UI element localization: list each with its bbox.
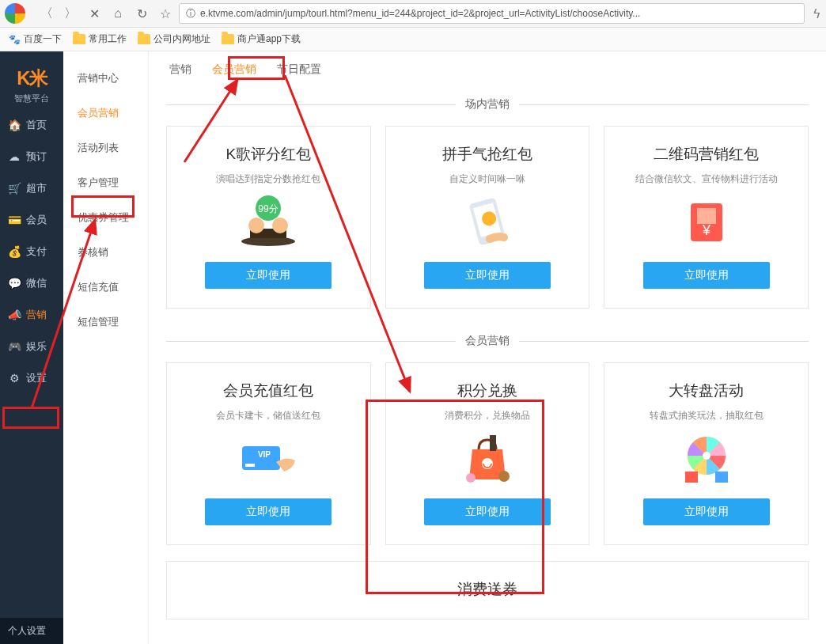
sidebar-item-3[interactable]: 💳会员 — [0, 204, 63, 236]
nav-back-button[interactable]: 〈 — [36, 3, 57, 24]
card-title: 积分兑换 — [457, 381, 517, 401]
card-title: 二维码营销红包 — [654, 144, 759, 165]
use-button[interactable]: 立即使用 — [643, 262, 770, 289]
use-button[interactable]: 立即使用 — [205, 262, 332, 289]
cards-row: K歌评分红包演唱达到指定分数抢红包99分立即使用拼手气抢红包自定义时间咻一咻立即… — [166, 126, 809, 309]
svg-rect-10 — [697, 208, 716, 224]
folder-icon — [222, 34, 234, 44]
subsidebar-item-3[interactable]: 客户管理 — [63, 165, 148, 200]
sidebar-label: 微信 — [26, 276, 47, 290]
sub-sidebar: 营销中心会员营销活动列表客户管理优惠券管理券核销短信充值短信管理 — [63, 51, 149, 644]
svg-rect-16 — [490, 435, 496, 451]
sidebar-icon: 🛒 — [8, 182, 21, 195]
subsidebar-item-2[interactable]: 活动列表 — [63, 131, 148, 165]
bookmark-1[interactable]: 常用工作 — [73, 32, 127, 46]
subsidebar-item-7[interactable]: 短信管理 — [63, 305, 148, 339]
sidebar-item-2[interactable]: 🛒超市 — [0, 172, 63, 204]
use-button[interactable]: 立即使用 — [205, 498, 332, 525]
card-title: 拼手气抢红包 — [442, 144, 532, 165]
subsidebar-item-5[interactable]: 券核销 — [63, 235, 148, 270]
info-icon: ⓘ — [186, 7, 195, 21]
card-illustration: 99分 — [233, 194, 304, 249]
card-desc: 转盘式抽奖玩法，抽取红包 — [650, 409, 763, 422]
sidebar-label: 预订 — [26, 150, 47, 164]
nav-star-button[interactable]: ☆ — [155, 3, 176, 24]
subsidebar-item-1[interactable]: 会员营销 — [63, 96, 148, 131]
sidebar-icon: 💰 — [8, 245, 21, 258]
sidebar-icon: 💬 — [8, 277, 21, 290]
subsidebar-item-0[interactable]: 营销中心 — [63, 61, 148, 96]
nav-stop-button[interactable]: ✕ — [84, 3, 104, 24]
address-bar[interactable]: ⓘ e.ktvme.com/admin/jump/tourl.html?menu… — [179, 3, 805, 24]
card-illustration: VIP — [233, 430, 304, 486]
sidebar-label: 超市 — [26, 181, 47, 195]
card-desc: 会员卡建卡，储值送红包 — [216, 409, 320, 422]
svg-point-3 — [272, 218, 288, 233]
svg-point-17 — [498, 471, 510, 482]
card-title: 消费送券 — [457, 579, 517, 600]
brand-subtitle: 智慧平台 — [0, 93, 63, 104]
sidebar-item-4[interactable]: 💰支付 — [0, 236, 63, 267]
svg-text:VIP: VIP — [258, 450, 271, 459]
sidebar-label: 设置 — [26, 371, 47, 385]
svg-rect-14 — [245, 464, 255, 467]
sidebar-icon: 📣 — [8, 309, 21, 321]
card-title: K歌评分红包 — [225, 144, 311, 165]
card-illustration — [452, 194, 523, 249]
nav-home-button[interactable]: ⌂ — [108, 3, 128, 24]
sidebar-footer[interactable]: 个人设置 — [0, 618, 63, 644]
svg-point-20 — [703, 452, 710, 460]
card-illustration — [452, 430, 523, 486]
nav-reload-button[interactable]: ↻ — [131, 3, 152, 24]
sidebar-item-8[interactable]: ⚙设置 — [0, 362, 63, 394]
bookmark-0[interactable]: 🐾百度一下 — [8, 32, 62, 46]
url-text: e.ktvme.com/admin/jump/tourl.html?menu_i… — [200, 8, 640, 19]
svg-rect-22 — [715, 472, 728, 483]
bookmark-3[interactable]: 商户通app下载 — [222, 32, 301, 46]
sidebar-label: 娱乐 — [26, 339, 47, 354]
svg-rect-21 — [685, 472, 698, 483]
bookmark-label: 公司内网地址 — [153, 32, 210, 46]
tab-1[interactable]: 会员营销 — [212, 63, 256, 80]
card-0-2: 二维码营销红包结合微信软文、宣传物料进行活动¥立即使用 — [604, 126, 809, 309]
card-title: 会员充值红包 — [223, 381, 313, 401]
section-title: 会员营销 — [166, 334, 809, 348]
sidebar-item-0[interactable]: 🏠首页 — [0, 109, 63, 141]
tab-2[interactable]: 节日配置 — [277, 63, 321, 80]
use-button[interactable]: 立即使用 — [424, 262, 551, 289]
card-1-0: 会员充值红包会员卡建卡，储值送红包VIP立即使用 — [166, 362, 371, 545]
sidebar-item-5[interactable]: 💬微信 — [0, 267, 63, 299]
svg-text:99分: 99分 — [259, 203, 278, 214]
bookmark-label: 商户通app下载 — [237, 32, 301, 46]
sidebar-item-6[interactable]: 📣营销 — [0, 299, 63, 331]
svg-point-2 — [248, 218, 264, 233]
folder-icon — [73, 34, 85, 44]
bookmark-label: 常用工作 — [89, 32, 127, 46]
subsidebar-item-6[interactable]: 短信充值 — [63, 270, 148, 305]
sidebar-icon: 🎮 — [8, 340, 21, 353]
use-button[interactable]: 立即使用 — [643, 498, 770, 525]
sidebar-item-1[interactable]: ☁预订 — [0, 141, 63, 172]
subsidebar-item-4[interactable]: 优惠券管理 — [63, 200, 148, 235]
bookmark-2[interactable]: 公司内网地址 — [138, 32, 210, 46]
card-illustration: ¥ — [671, 194, 742, 249]
card-title: 大转盘活动 — [669, 381, 744, 401]
card-0-0: K歌评分红包演唱达到指定分数抢红包99分立即使用 — [166, 126, 371, 309]
section-2: 消费送券 — [149, 561, 826, 635]
brand-logo: K米 — [0, 66, 63, 91]
section-0: 场内营销K歌评分红包演唱达到指定分数抢红包99分立即使用拼手气抢红包自定义时间咻… — [149, 97, 826, 324]
sidebar-label: 会员 — [26, 213, 47, 227]
flash-icon[interactable]: ϟ — [813, 6, 821, 21]
browser-logo-icon — [5, 3, 25, 24]
use-button[interactable]: 立即使用 — [424, 498, 551, 525]
section-title: 场内营销 — [166, 97, 809, 112]
tab-0[interactable]: 营销 — [169, 63, 191, 80]
card-desc: 自定义时间咻一咻 — [449, 172, 525, 186]
sidebar-icon: 🏠 — [8, 119, 21, 131]
sidebar-item-7[interactable]: 🎮娱乐 — [0, 331, 63, 362]
cards-row: 会员充值红包会员卡建卡，储值送红包VIP立即使用积分兑换消费积分，兑换物品立即使… — [166, 362, 809, 545]
nav-forward-button[interactable]: 〉 — [60, 3, 81, 24]
card-desc: 结合微信软文、宣传物料进行活动 — [635, 172, 778, 186]
svg-text:¥: ¥ — [702, 222, 711, 238]
sidebar-icon: ☁ — [8, 150, 21, 163]
